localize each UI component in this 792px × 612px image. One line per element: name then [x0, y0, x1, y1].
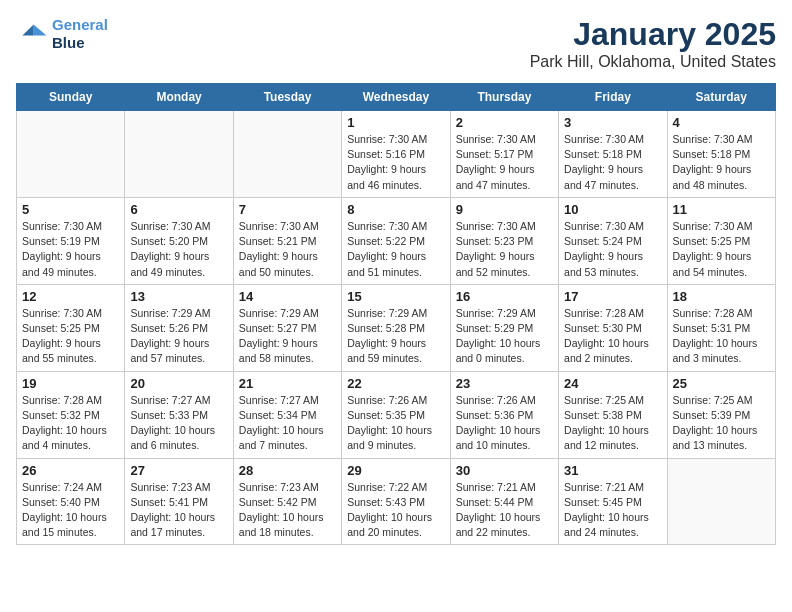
calendar-cell: 20Sunrise: 7:27 AMSunset: 5:33 PMDayligh… [125, 371, 233, 458]
calendar-table: SundayMondayTuesdayWednesdayThursdayFrid… [16, 83, 776, 545]
weekday-header-sunday: Sunday [17, 84, 125, 111]
day-number: 19 [22, 376, 119, 391]
page-header: General Blue January 2025 Park Hill, Okl… [16, 16, 776, 71]
calendar-cell: 24Sunrise: 7:25 AMSunset: 5:38 PMDayligh… [559, 371, 667, 458]
day-number: 8 [347, 202, 444, 217]
day-info: Sunrise: 7:27 AMSunset: 5:34 PMDaylight:… [239, 393, 336, 454]
calendar-cell: 30Sunrise: 7:21 AMSunset: 5:44 PMDayligh… [450, 458, 558, 545]
day-info: Sunrise: 7:30 AMSunset: 5:20 PMDaylight:… [130, 219, 227, 280]
calendar-cell: 6Sunrise: 7:30 AMSunset: 5:20 PMDaylight… [125, 197, 233, 284]
day-number: 30 [456, 463, 553, 478]
day-number: 11 [673, 202, 770, 217]
calendar-cell: 26Sunrise: 7:24 AMSunset: 5:40 PMDayligh… [17, 458, 125, 545]
day-info: Sunrise: 7:30 AMSunset: 5:23 PMDaylight:… [456, 219, 553, 280]
calendar-cell: 1Sunrise: 7:30 AMSunset: 5:16 PMDaylight… [342, 111, 450, 198]
calendar-cell: 23Sunrise: 7:26 AMSunset: 5:36 PMDayligh… [450, 371, 558, 458]
calendar-cell: 27Sunrise: 7:23 AMSunset: 5:41 PMDayligh… [125, 458, 233, 545]
calendar-cell: 12Sunrise: 7:30 AMSunset: 5:25 PMDayligh… [17, 284, 125, 371]
day-number: 14 [239, 289, 336, 304]
calendar-cell: 7Sunrise: 7:30 AMSunset: 5:21 PMDaylight… [233, 197, 341, 284]
calendar-cell: 5Sunrise: 7:30 AMSunset: 5:19 PMDaylight… [17, 197, 125, 284]
calendar-cell: 11Sunrise: 7:30 AMSunset: 5:25 PMDayligh… [667, 197, 775, 284]
day-number: 24 [564, 376, 661, 391]
calendar-cell: 19Sunrise: 7:28 AMSunset: 5:32 PMDayligh… [17, 371, 125, 458]
calendar-cell: 29Sunrise: 7:22 AMSunset: 5:43 PMDayligh… [342, 458, 450, 545]
page-subtitle: Park Hill, Oklahoma, United States [530, 53, 776, 71]
day-info: Sunrise: 7:30 AMSunset: 5:25 PMDaylight:… [673, 219, 770, 280]
weekday-header-wednesday: Wednesday [342, 84, 450, 111]
calendar-cell: 10Sunrise: 7:30 AMSunset: 5:24 PMDayligh… [559, 197, 667, 284]
calendar-cell: 3Sunrise: 7:30 AMSunset: 5:18 PMDaylight… [559, 111, 667, 198]
calendar-cell: 17Sunrise: 7:28 AMSunset: 5:30 PMDayligh… [559, 284, 667, 371]
day-number: 25 [673, 376, 770, 391]
day-number: 6 [130, 202, 227, 217]
week-row-1: 1Sunrise: 7:30 AMSunset: 5:16 PMDaylight… [17, 111, 776, 198]
day-info: Sunrise: 7:22 AMSunset: 5:43 PMDaylight:… [347, 480, 444, 541]
title-block: January 2025 Park Hill, Oklahoma, United… [530, 16, 776, 71]
weekday-header-saturday: Saturday [667, 84, 775, 111]
calendar-cell [233, 111, 341, 198]
calendar-cell [125, 111, 233, 198]
day-info: Sunrise: 7:26 AMSunset: 5:35 PMDaylight:… [347, 393, 444, 454]
week-row-5: 26Sunrise: 7:24 AMSunset: 5:40 PMDayligh… [17, 458, 776, 545]
day-number: 26 [22, 463, 119, 478]
day-number: 3 [564, 115, 661, 130]
day-info: Sunrise: 7:29 AMSunset: 5:27 PMDaylight:… [239, 306, 336, 367]
calendar-cell: 9Sunrise: 7:30 AMSunset: 5:23 PMDaylight… [450, 197, 558, 284]
calendar-cell: 16Sunrise: 7:29 AMSunset: 5:29 PMDayligh… [450, 284, 558, 371]
calendar-cell: 15Sunrise: 7:29 AMSunset: 5:28 PMDayligh… [342, 284, 450, 371]
day-info: Sunrise: 7:25 AMSunset: 5:39 PMDaylight:… [673, 393, 770, 454]
day-info: Sunrise: 7:30 AMSunset: 5:25 PMDaylight:… [22, 306, 119, 367]
weekday-header-tuesday: Tuesday [233, 84, 341, 111]
day-info: Sunrise: 7:30 AMSunset: 5:22 PMDaylight:… [347, 219, 444, 280]
day-info: Sunrise: 7:28 AMSunset: 5:31 PMDaylight:… [673, 306, 770, 367]
day-number: 23 [456, 376, 553, 391]
weekday-header-friday: Friday [559, 84, 667, 111]
day-info: Sunrise: 7:26 AMSunset: 5:36 PMDaylight:… [456, 393, 553, 454]
day-info: Sunrise: 7:30 AMSunset: 5:16 PMDaylight:… [347, 132, 444, 193]
day-number: 27 [130, 463, 227, 478]
day-info: Sunrise: 7:30 AMSunset: 5:21 PMDaylight:… [239, 219, 336, 280]
calendar-cell: 31Sunrise: 7:21 AMSunset: 5:45 PMDayligh… [559, 458, 667, 545]
day-number: 7 [239, 202, 336, 217]
week-row-2: 5Sunrise: 7:30 AMSunset: 5:19 PMDaylight… [17, 197, 776, 284]
calendar-cell: 25Sunrise: 7:25 AMSunset: 5:39 PMDayligh… [667, 371, 775, 458]
calendar-cell: 2Sunrise: 7:30 AMSunset: 5:17 PMDaylight… [450, 111, 558, 198]
day-number: 12 [22, 289, 119, 304]
weekday-header-thursday: Thursday [450, 84, 558, 111]
day-info: Sunrise: 7:29 AMSunset: 5:26 PMDaylight:… [130, 306, 227, 367]
day-info: Sunrise: 7:28 AMSunset: 5:32 PMDaylight:… [22, 393, 119, 454]
calendar-cell: 22Sunrise: 7:26 AMSunset: 5:35 PMDayligh… [342, 371, 450, 458]
day-number: 29 [347, 463, 444, 478]
week-row-3: 12Sunrise: 7:30 AMSunset: 5:25 PMDayligh… [17, 284, 776, 371]
day-number: 16 [456, 289, 553, 304]
svg-marker-0 [34, 24, 47, 35]
week-row-4: 19Sunrise: 7:28 AMSunset: 5:32 PMDayligh… [17, 371, 776, 458]
calendar-cell: 8Sunrise: 7:30 AMSunset: 5:22 PMDaylight… [342, 197, 450, 284]
calendar-cell: 14Sunrise: 7:29 AMSunset: 5:27 PMDayligh… [233, 284, 341, 371]
day-number: 18 [673, 289, 770, 304]
day-info: Sunrise: 7:23 AMSunset: 5:42 PMDaylight:… [239, 480, 336, 541]
logo-icon [16, 18, 48, 50]
day-number: 4 [673, 115, 770, 130]
day-info: Sunrise: 7:30 AMSunset: 5:19 PMDaylight:… [22, 219, 119, 280]
day-info: Sunrise: 7:29 AMSunset: 5:28 PMDaylight:… [347, 306, 444, 367]
day-number: 31 [564, 463, 661, 478]
logo-text: General Blue [52, 16, 108, 52]
weekday-header-monday: Monday [125, 84, 233, 111]
day-info: Sunrise: 7:30 AMSunset: 5:18 PMDaylight:… [564, 132, 661, 193]
day-info: Sunrise: 7:21 AMSunset: 5:44 PMDaylight:… [456, 480, 553, 541]
svg-marker-1 [22, 24, 33, 35]
day-info: Sunrise: 7:23 AMSunset: 5:41 PMDaylight:… [130, 480, 227, 541]
day-info: Sunrise: 7:28 AMSunset: 5:30 PMDaylight:… [564, 306, 661, 367]
day-number: 20 [130, 376, 227, 391]
day-info: Sunrise: 7:29 AMSunset: 5:29 PMDaylight:… [456, 306, 553, 367]
weekday-header-row: SundayMondayTuesdayWednesdayThursdayFrid… [17, 84, 776, 111]
calendar-cell: 28Sunrise: 7:23 AMSunset: 5:42 PMDayligh… [233, 458, 341, 545]
day-info: Sunrise: 7:27 AMSunset: 5:33 PMDaylight:… [130, 393, 227, 454]
calendar-cell: 18Sunrise: 7:28 AMSunset: 5:31 PMDayligh… [667, 284, 775, 371]
day-info: Sunrise: 7:24 AMSunset: 5:40 PMDaylight:… [22, 480, 119, 541]
calendar-cell [667, 458, 775, 545]
day-number: 22 [347, 376, 444, 391]
calendar-cell [17, 111, 125, 198]
